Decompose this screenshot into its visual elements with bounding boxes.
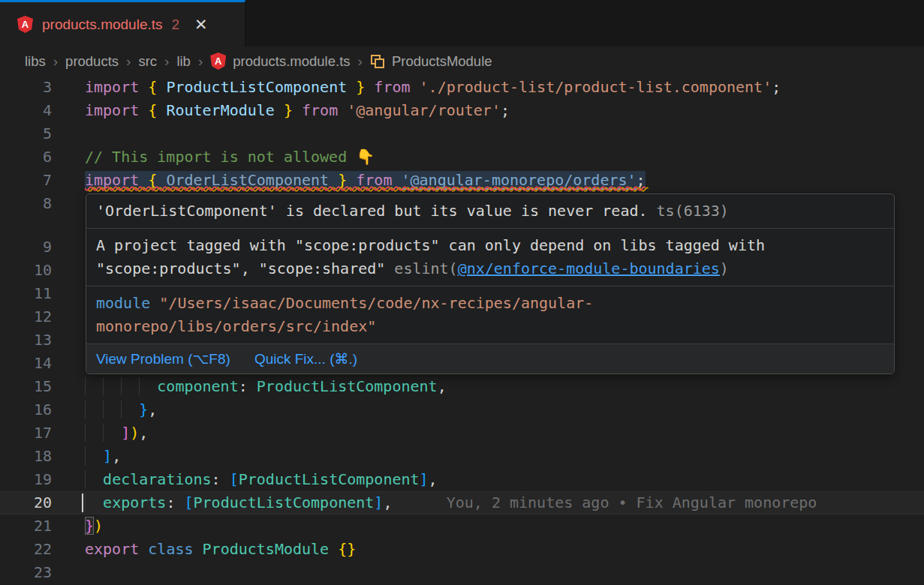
gutter-line-number[interactable]: 13	[0, 328, 85, 352]
breadcrumb-item-products[interactable]: products	[65, 53, 119, 70]
gutter-line-number[interactable]: 17	[0, 422, 85, 445]
hover-text: 'OrderListComponent' is declared but its…	[96, 202, 648, 220]
code-line-22: 22export class ProductsModule {}	[0, 538, 924, 561]
gutter-line-number[interactable]: 3	[0, 76, 85, 99]
code-line-content[interactable]	[85, 122, 924, 146]
code-line-content[interactable]: component: ProductListComponent,	[85, 375, 924, 398]
tab-label: products.module.ts	[42, 16, 163, 33]
code-token: ,	[139, 424, 148, 442]
gutter-line-number[interactable]: 19	[0, 468, 85, 491]
code-line-17: 17 ]),	[0, 422, 924, 445]
gutter-line-number[interactable]: 5	[0, 122, 85, 146]
gutter-line-number[interactable]: 15	[0, 375, 85, 398]
gutter-line-number[interactable]: 12	[0, 305, 85, 328]
code-line-21: 21})	[0, 514, 924, 538]
code-line-content[interactable]: import { ProductListComponent } from './…	[85, 76, 924, 99]
code-token: ;	[772, 78, 781, 96]
code-line-content[interactable]: },	[85, 398, 924, 422]
class-icon	[370, 54, 385, 69]
code-line-content[interactable]: ]),	[85, 422, 924, 445]
hover-status-bar: View Problem (⌥F8)Quick Fix... (⌘.)	[86, 344, 894, 374]
code-token: import	[85, 78, 148, 96]
code-line-7: 7import { OrderListComponent } from '@an…	[0, 169, 924, 192]
code-token: '@angular-monorepo/orders'	[402, 171, 637, 189]
code-line-20: 20 exports: [ProductListComponent], You,…	[0, 491, 924, 514]
code-token: ProductListComponent	[239, 470, 420, 488]
code-token: )	[94, 517, 103, 535]
gutter-line-number[interactable]: 14	[0, 352, 85, 375]
hover-text: module	[96, 294, 150, 312]
code-line-content[interactable]: declarations: [ProductListComponent],	[85, 468, 924, 491]
gutter-line-number[interactable]: 9	[0, 236, 85, 259]
code-token	[85, 424, 121, 442]
gutter-line-number[interactable]: 23	[0, 561, 85, 584]
gutter-line-number[interactable]: 21	[0, 514, 85, 538]
breadcrumb-item-libs[interactable]: libs	[25, 53, 46, 70]
code-token: ,	[383, 494, 392, 512]
quick-fix-action[interactable]: Quick Fix... (⌘.)	[254, 347, 357, 370]
tab-products-module[interactable]: A products.module.ts 2 ✕	[0, 0, 245, 46]
code-line-content[interactable]: // This import is not allowed 👇	[85, 146, 924, 169]
breadcrumb-item-products-module-ts[interactable]: Aproducts.module.ts	[210, 52, 350, 70]
code-token: class	[148, 540, 202, 558]
gutter-line-number[interactable]: 10	[0, 259, 85, 282]
gutter-line-number[interactable]: 7	[0, 169, 85, 192]
hover-section-2: A project tagged with "scope:products" c…	[86, 228, 894, 286]
code-token: :	[239, 377, 257, 395]
breadcrumb-label: src	[138, 53, 157, 70]
code-token: {	[148, 101, 166, 119]
code-token: ProductListComponent	[257, 377, 438, 395]
code-token: }	[275, 101, 293, 119]
gutter-line-number[interactable]: 4	[0, 99, 85, 122]
code-token	[347, 171, 356, 189]
gutter-line-number[interactable]: 18	[0, 445, 85, 468]
breadcrumb-label: lib	[176, 53, 191, 70]
breadcrumb-item-lib[interactable]: lib	[176, 53, 191, 70]
breadcrumb-label: products.module.ts	[233, 53, 350, 70]
code-token: )	[130, 424, 139, 442]
code-token: }	[329, 171, 347, 189]
hover-text: ts(6133)	[657, 202, 729, 220]
code-token: ProductListComponent	[194, 494, 375, 512]
angular-icon: A	[210, 52, 226, 70]
hover-text	[150, 294, 159, 312]
breadcrumb-item-src[interactable]: src	[138, 53, 157, 70]
code-token: }	[347, 78, 365, 96]
gutter-line-number[interactable]: 22	[0, 538, 85, 561]
gutter-line-number[interactable]: 20	[0, 491, 85, 514]
code-token: from	[302, 101, 347, 119]
code-token: ProductListComponent	[166, 78, 347, 96]
code-line-5: 5	[0, 122, 924, 146]
code-token: ;	[501, 101, 510, 119]
code-token: {	[148, 171, 166, 189]
view-problem-action[interactable]: View Problem (⌥F8)	[96, 347, 230, 370]
code-token: [	[184, 494, 193, 512]
angular-icon: A	[17, 16, 33, 33]
hover-section-1: 'OrderListComponent' is declared but its…	[86, 194, 894, 228]
breadcrumb-item-productsmodule[interactable]: ProductsModule	[370, 53, 492, 70]
code-line-content[interactable]: export class ProductsModule {}	[85, 538, 924, 561]
hover-popup: 'OrderListComponent' is declared but its…	[86, 194, 895, 374]
close-icon[interactable]: ✕	[194, 16, 208, 34]
code-token: {	[148, 78, 166, 96]
code-line-16: 16 },	[0, 398, 924, 422]
gutter-line-number[interactable]: 16	[0, 398, 85, 422]
gutter-line-number[interactable]: 6	[0, 146, 85, 169]
code-token: You, 2 minutes ago • Fix Angular monorep…	[447, 494, 817, 512]
code-token	[85, 400, 139, 418]
code-line-content[interactable]: import { OrderListComponent } from '@ang…	[85, 169, 924, 192]
code-line-content[interactable]	[85, 561, 924, 584]
rule-link[interactable]: @nx/enforce-module-boundaries	[458, 260, 720, 278]
text-cursor	[82, 494, 83, 512]
gutter-line-number[interactable]: 11	[0, 282, 85, 305]
gutter-line-number[interactable]: 8	[0, 192, 85, 215]
code-line-content[interactable]: })	[85, 514, 924, 538]
code-token: component	[157, 377, 238, 395]
code-line-6: 6// This import is not allowed 👇	[0, 146, 924, 169]
breadcrumb: libs›products›src›lib›Aproducts.module.t…	[0, 46, 924, 76]
code-line-3: 3import { ProductListComponent } from '.…	[0, 76, 924, 99]
code-line-content[interactable]: import { RouterModule } from '@angular/r…	[85, 99, 924, 122]
code-line-content[interactable]: exports: [ProductListComponent], You, 2 …	[85, 491, 924, 514]
code-line-content[interactable]: ],	[85, 445, 924, 468]
code-token: './product-list/product-list.component'	[420, 78, 772, 96]
